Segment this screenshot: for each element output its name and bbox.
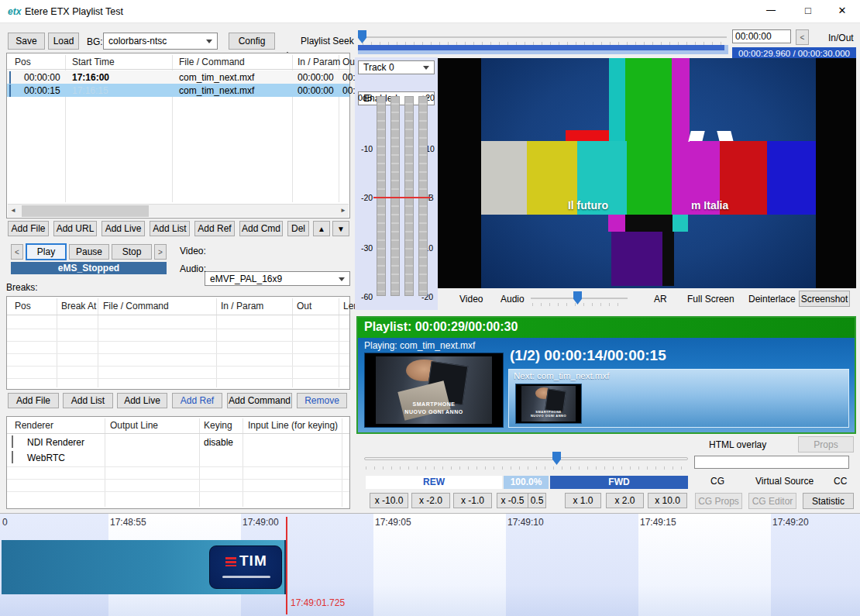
- fwd-zone[interactable]: FWD: [550, 476, 688, 489]
- table-row-selected[interactable]: 00:00:15 17:16:15 com_tim_next.mxf 00:00…: [7, 84, 349, 97]
- empty-row: [7, 378, 349, 379]
- speed-minus-10-button[interactable]: x -10.0: [370, 493, 408, 508]
- empty-row: [7, 366, 349, 367]
- delete-button[interactable]: Del: [287, 221, 309, 236]
- cg-label: CG: [710, 476, 724, 487]
- status-badge: eMS_Stopped: [11, 262, 167, 274]
- speed-2-button[interactable]: x 2.0: [606, 493, 644, 508]
- step-prev-button[interactable]: <: [11, 244, 23, 260]
- speed-minus-2-button[interactable]: x -2.0: [411, 493, 450, 508]
- pause-button[interactable]: Pause: [69, 244, 109, 260]
- table-row[interactable]: 00:00:00 17:16:00 com_tim_next.mxf 00:00…: [7, 71, 349, 84]
- playlist-table[interactable]: Pos Start Time File / Command In / Param…: [6, 53, 350, 219]
- renderer-row-webrtc[interactable]: WebRTC: [7, 449, 349, 465]
- scroll-right-icon[interactable]: ►: [340, 207, 346, 214]
- breaks-table[interactable]: Pos Break At File / Command In / Param O…: [6, 296, 350, 390]
- playing-thumbnail[interactable]: SMARTPHONE NUOVO OGNI ANNO: [364, 353, 504, 428]
- video-format-label: Video:: [180, 246, 206, 256]
- cg-text-input[interactable]: [694, 456, 849, 469]
- renderer-table[interactable]: Renderer Output Line Keying Input Line (…: [6, 416, 350, 509]
- save-button[interactable]: Save: [8, 33, 45, 50]
- load-button[interactable]: Load: [48, 33, 79, 50]
- breaks-add-ref-button[interactable]: Add Ref: [172, 393, 222, 408]
- html-overlay-label: HTML overlay: [709, 439, 766, 450]
- timecode-input[interactable]: [732, 29, 791, 43]
- scroll-left-icon[interactable]: ◄: [10, 207, 16, 214]
- add-file-button[interactable]: Add File: [8, 221, 49, 236]
- speed-minus-1-button[interactable]: x -1.0: [453, 493, 492, 508]
- breaks-add-live-button[interactable]: Add Live: [117, 393, 167, 408]
- add-cmd-button[interactable]: Add Cmd: [239, 221, 283, 236]
- timeline-label-5: 17:49:15: [640, 517, 676, 528]
- cg-props-button[interactable]: CG Props: [695, 493, 742, 509]
- add-ref-button[interactable]: Add Ref: [194, 221, 235, 236]
- speed-10-button[interactable]: x 10.0: [648, 493, 687, 508]
- breaks-add-command-button[interactable]: Add Command: [227, 393, 292, 408]
- seek-track[interactable]: [363, 36, 727, 38]
- volume-slider[interactable]: [531, 291, 628, 307]
- h-scrollbar[interactable]: ◄ ►: [8, 204, 349, 217]
- breaks-remove-button[interactable]: Remove: [297, 393, 347, 408]
- config-button[interactable]: Config: [229, 33, 275, 50]
- empty-row: [7, 353, 349, 354]
- timeline-label-2: 17:49:00: [243, 517, 279, 528]
- move-up-button[interactable]: ▲: [313, 221, 330, 236]
- stop-button[interactable]: Stop: [112, 244, 152, 260]
- tim-logo-text: TIM: [239, 552, 267, 570]
- bg-label: BG:: [87, 36, 103, 47]
- seek-slider[interactable]: [356, 29, 728, 45]
- speed-05-button[interactable]: 0.5: [528, 493, 546, 508]
- video-checkbox-label: Video: [459, 294, 483, 305]
- speed-1-button[interactable]: x 1.0: [565, 493, 601, 508]
- minimize-button[interactable]: —: [759, 5, 783, 15]
- video-format-select[interactable]: eMVF_PAL_16x9: [205, 271, 350, 286]
- seek-progress[interactable]: [358, 45, 728, 54]
- add-live-button[interactable]: Add Live: [101, 221, 145, 236]
- maximize-button[interactable]: □: [796, 5, 820, 16]
- track-select[interactable]: Track 0: [358, 60, 435, 74]
- tim-logo-bars-icon: [225, 557, 236, 566]
- header-out: Out: [297, 301, 311, 311]
- lower-purple: [611, 232, 662, 286]
- webrtc-checkbox[interactable]: [12, 451, 13, 463]
- play-button[interactable]: Play: [26, 243, 67, 260]
- app-logo-icon: etx: [8, 6, 21, 17]
- shuttle-track[interactable]: [364, 457, 688, 460]
- bg-select[interactable]: colorbars-ntsc: [103, 33, 218, 50]
- next-thumbnail[interactable]: SMARTPHONE NUOVO OGNI ANNO: [515, 384, 582, 424]
- step-next-button[interactable]: >: [154, 244, 167, 260]
- scale-left-m10: -10: [361, 144, 373, 153]
- scroll-thumb[interactable]: [22, 205, 149, 217]
- header-output-line: Output Line: [110, 420, 158, 431]
- ndi-renderer-checkbox[interactable]: [12, 435, 13, 448]
- timeline[interactable]: 0 17:48:55 17:49:00 17:49:05 17:49:10 17…: [0, 513, 860, 616]
- timeline-clip[interactable]: TIM: [2, 540, 286, 594]
- speed-minus-05-button[interactable]: x -0.5: [497, 493, 528, 508]
- rew-zone[interactable]: REW: [366, 476, 502, 489]
- screenshot-button[interactable]: Screenshot: [799, 291, 850, 307]
- playhead-marker[interactable]: [286, 517, 287, 614]
- table-header-row[interactable]: Pos Start Time File / Command In / Param…: [7, 53, 349, 70]
- add-list-button[interactable]: Add List: [150, 221, 190, 236]
- props-button[interactable]: Props: [798, 436, 854, 453]
- breaks-add-list-button[interactable]: Add List: [63, 393, 113, 408]
- header-keying: Keying: [204, 420, 232, 431]
- statistic-button[interactable]: Statistic: [803, 493, 854, 509]
- header-pos: Pos: [15, 301, 31, 311]
- white-m-left: [688, 131, 704, 142]
- add-url-button[interactable]: Add URL: [53, 221, 97, 236]
- close-button[interactable]: ✕: [831, 5, 854, 16]
- timecode-step-button[interactable]: <: [796, 29, 809, 45]
- ar-checkbox-label: AR: [654, 294, 667, 305]
- audio-format-label: Audio:: [180, 263, 206, 274]
- cg-editor-button[interactable]: CG Editor: [748, 493, 796, 509]
- audio-checkbox-label: Audio: [501, 294, 525, 305]
- video-preview[interactable]: Il futuro m Italia: [438, 58, 856, 288]
- shuttle-thumb[interactable]: [552, 452, 561, 465]
- scale-left-m20: -20: [361, 193, 373, 202]
- shuttle-slider[interactable]: [364, 451, 690, 471]
- move-down-button[interactable]: ▼: [332, 221, 349, 236]
- breaks-add-file-button[interactable]: Add File: [8, 393, 59, 408]
- renderer-row-ndi[interactable]: NDI Renderer disable: [7, 434, 349, 449]
- breaks-label: Breaks:: [6, 282, 38, 293]
